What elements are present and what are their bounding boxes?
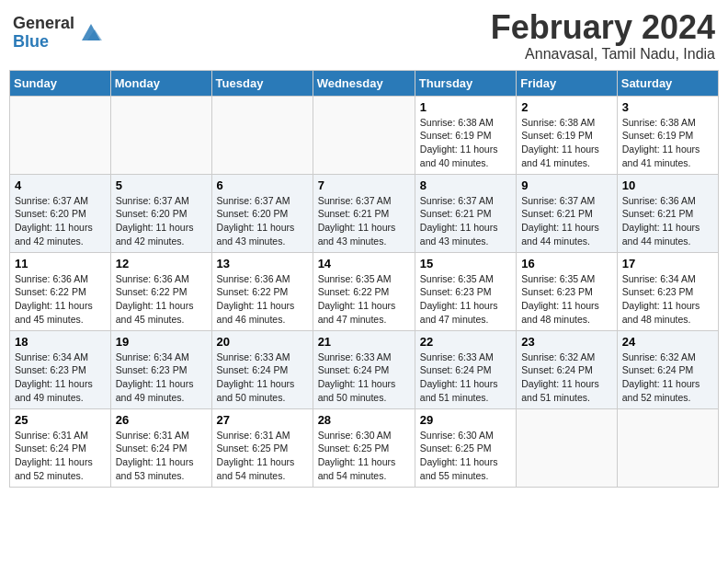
calendar-day-cell: 6Sunrise: 6:37 AM Sunset: 6:20 PM Daylig… (211, 174, 313, 252)
day-info: Sunrise: 6:37 AM Sunset: 6:21 PM Dayligh… (521, 194, 612, 248)
calendar-week-row: 25Sunrise: 6:31 AM Sunset: 6:24 PM Dayli… (10, 408, 719, 487)
day-info: Sunrise: 6:34 AM Sunset: 6:23 PM Dayligh… (622, 272, 713, 327)
day-info: Sunrise: 6:37 AM Sunset: 6:20 PM Dayligh… (15, 194, 106, 248)
day-number: 14 (318, 257, 410, 270)
day-info: Sunrise: 6:37 AM Sunset: 6:21 PM Dayligh… (420, 194, 511, 248)
calendar-week-row: 1Sunrise: 6:38 AM Sunset: 6:19 PM Daylig… (10, 96, 719, 174)
calendar-day-cell: 24Sunrise: 6:32 AM Sunset: 6:24 PM Dayli… (617, 330, 718, 408)
calendar-day-cell: 3Sunrise: 6:38 AM Sunset: 6:19 PM Daylig… (617, 96, 718, 174)
calendar-day-cell: 19Sunrise: 6:34 AM Sunset: 6:23 PM Dayli… (110, 330, 211, 408)
day-header-monday: Monday (110, 70, 211, 96)
page-header: General Blue February 2024 Annavasal, Ta… (9, 9, 719, 63)
day-info: Sunrise: 6:30 AM Sunset: 6:25 PM Dayligh… (420, 429, 511, 483)
calendar-day-cell (313, 96, 415, 174)
calendar-header-row: SundayMondayTuesdayWednesdayThursdayFrid… (10, 70, 719, 96)
day-info: Sunrise: 6:37 AM Sunset: 6:20 PM Dayligh… (217, 194, 308, 248)
day-info: Sunrise: 6:38 AM Sunset: 6:19 PM Dayligh… (521, 116, 612, 170)
day-info: Sunrise: 6:34 AM Sunset: 6:23 PM Dayligh… (116, 350, 207, 405)
day-header-sunday: Sunday (10, 70, 111, 96)
day-number: 7 (318, 178, 410, 192)
logo: General Blue (13, 15, 104, 52)
day-info: Sunrise: 6:31 AM Sunset: 6:25 PM Dayligh… (217, 429, 308, 483)
day-number: 25 (15, 413, 106, 427)
logo-icon (78, 20, 104, 46)
calendar-day-cell: 29Sunrise: 6:30 AM Sunset: 6:25 PM Dayli… (415, 408, 516, 487)
calendar-day-cell: 11Sunrise: 6:36 AM Sunset: 6:22 PM Dayli… (10, 252, 111, 330)
calendar-day-cell: 16Sunrise: 6:35 AM Sunset: 6:23 PM Dayli… (517, 252, 618, 330)
day-info: Sunrise: 6:37 AM Sunset: 6:21 PM Dayligh… (318, 194, 410, 248)
calendar-subtitle: Annavasal, Tamil Nadu, India (491, 46, 715, 63)
calendar-day-cell: 5Sunrise: 6:37 AM Sunset: 6:20 PM Daylig… (110, 174, 211, 252)
calendar-week-row: 11Sunrise: 6:36 AM Sunset: 6:22 PM Dayli… (10, 252, 719, 330)
calendar-day-cell: 14Sunrise: 6:35 AM Sunset: 6:22 PM Dayli… (313, 252, 415, 330)
day-number: 1 (420, 100, 511, 114)
calendar-day-cell: 28Sunrise: 6:30 AM Sunset: 6:25 PM Dayli… (313, 408, 415, 487)
day-header-wednesday: Wednesday (313, 70, 415, 96)
day-number: 12 (116, 257, 207, 270)
calendar-week-row: 18Sunrise: 6:34 AM Sunset: 6:23 PM Dayli… (10, 330, 719, 408)
day-number: 20 (217, 335, 308, 349)
day-info: Sunrise: 6:31 AM Sunset: 6:24 PM Dayligh… (116, 429, 207, 483)
day-number: 8 (420, 178, 511, 192)
calendar-table: SundayMondayTuesdayWednesdayThursdayFrid… (9, 70, 719, 488)
day-number: 16 (521, 257, 612, 270)
day-info: Sunrise: 6:36 AM Sunset: 6:21 PM Dayligh… (622, 194, 713, 248)
day-number: 6 (217, 178, 308, 192)
day-number: 10 (622, 178, 713, 192)
calendar-day-cell: 26Sunrise: 6:31 AM Sunset: 6:24 PM Dayli… (110, 408, 211, 487)
day-number: 26 (116, 413, 207, 427)
logo-blue-text: Blue (13, 33, 74, 52)
calendar-title: February 2024 (491, 9, 715, 46)
calendar-day-cell: 27Sunrise: 6:31 AM Sunset: 6:25 PM Dayli… (211, 408, 313, 487)
day-info: Sunrise: 6:32 AM Sunset: 6:24 PM Dayligh… (521, 350, 612, 405)
calendar-day-cell: 10Sunrise: 6:36 AM Sunset: 6:21 PM Dayli… (617, 174, 718, 252)
calendar-day-cell: 18Sunrise: 6:34 AM Sunset: 6:23 PM Dayli… (10, 330, 111, 408)
calendar-day-cell (211, 96, 313, 174)
day-header-saturday: Saturday (617, 70, 718, 96)
calendar-day-cell: 9Sunrise: 6:37 AM Sunset: 6:21 PM Daylig… (517, 174, 618, 252)
day-number: 13 (217, 257, 308, 270)
day-number: 29 (420, 413, 511, 427)
day-number: 15 (420, 257, 511, 270)
day-header-thursday: Thursday (415, 70, 516, 96)
calendar-day-cell (110, 96, 211, 174)
day-number: 22 (420, 335, 511, 349)
calendar-day-cell: 2Sunrise: 6:38 AM Sunset: 6:19 PM Daylig… (517, 96, 618, 174)
day-number: 11 (15, 257, 106, 270)
day-info: Sunrise: 6:34 AM Sunset: 6:23 PM Dayligh… (15, 350, 106, 405)
day-info: Sunrise: 6:30 AM Sunset: 6:25 PM Dayligh… (318, 429, 410, 483)
calendar-day-cell: 20Sunrise: 6:33 AM Sunset: 6:24 PM Dayli… (211, 330, 313, 408)
logo-general-text: General (13, 15, 74, 33)
calendar-body: 1Sunrise: 6:38 AM Sunset: 6:19 PM Daylig… (10, 96, 719, 487)
day-info: Sunrise: 6:36 AM Sunset: 6:22 PM Dayligh… (217, 272, 308, 327)
day-number: 23 (521, 335, 612, 349)
calendar-day-cell: 17Sunrise: 6:34 AM Sunset: 6:23 PM Dayli… (617, 252, 718, 330)
calendar-day-cell (10, 96, 111, 174)
day-number: 17 (622, 257, 713, 270)
calendar-day-cell: 13Sunrise: 6:36 AM Sunset: 6:22 PM Dayli… (211, 252, 313, 330)
calendar-day-cell (617, 408, 718, 487)
title-area: February 2024 Annavasal, Tamil Nadu, Ind… (491, 9, 715, 63)
day-info: Sunrise: 6:37 AM Sunset: 6:20 PM Dayligh… (116, 194, 207, 248)
day-info: Sunrise: 6:33 AM Sunset: 6:24 PM Dayligh… (420, 350, 511, 405)
day-info: Sunrise: 6:32 AM Sunset: 6:24 PM Dayligh… (622, 350, 713, 405)
calendar-day-cell: 8Sunrise: 6:37 AM Sunset: 6:21 PM Daylig… (415, 174, 516, 252)
day-info: Sunrise: 6:35 AM Sunset: 6:23 PM Dayligh… (420, 272, 511, 327)
day-number: 21 (318, 335, 410, 349)
day-info: Sunrise: 6:33 AM Sunset: 6:24 PM Dayligh… (217, 350, 308, 405)
day-info: Sunrise: 6:35 AM Sunset: 6:23 PM Dayligh… (521, 272, 612, 327)
calendar-day-cell: 7Sunrise: 6:37 AM Sunset: 6:21 PM Daylig… (313, 174, 415, 252)
calendar-week-row: 4Sunrise: 6:37 AM Sunset: 6:20 PM Daylig… (10, 174, 719, 252)
day-info: Sunrise: 6:35 AM Sunset: 6:22 PM Dayligh… (318, 272, 410, 327)
calendar-day-cell: 21Sunrise: 6:33 AM Sunset: 6:24 PM Dayli… (313, 330, 415, 408)
day-number: 28 (318, 413, 410, 427)
calendar-day-cell: 12Sunrise: 6:36 AM Sunset: 6:22 PM Dayli… (110, 252, 211, 330)
day-number: 19 (116, 335, 207, 349)
day-number: 5 (116, 178, 207, 192)
day-info: Sunrise: 6:38 AM Sunset: 6:19 PM Dayligh… (420, 116, 511, 170)
day-number: 2 (521, 100, 612, 114)
calendar-day-cell (517, 408, 618, 487)
day-number: 27 (217, 413, 308, 427)
calendar-day-cell: 15Sunrise: 6:35 AM Sunset: 6:23 PM Dayli… (415, 252, 516, 330)
calendar-day-cell: 4Sunrise: 6:37 AM Sunset: 6:20 PM Daylig… (10, 174, 111, 252)
